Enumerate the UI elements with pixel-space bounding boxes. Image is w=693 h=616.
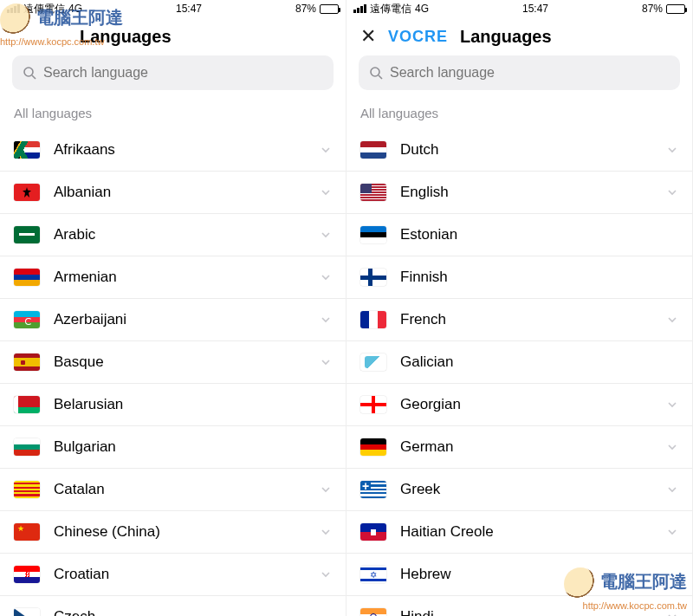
- flag-icon: [14, 311, 40, 328]
- flag-icon: [360, 481, 386, 498]
- language-row[interactable]: Afrikaans: [0, 129, 346, 172]
- language-name: Galician: [400, 353, 678, 371]
- search-icon: [23, 66, 36, 80]
- chevron-down-icon: [666, 526, 678, 538]
- language-row[interactable]: Basque: [0, 341, 346, 384]
- language-name: Afrikaans: [54, 141, 306, 159]
- language-row[interactable]: Georgian: [346, 384, 692, 426]
- nav-header: ✕ Languages: [0, 17, 346, 55]
- svg-point-0: [24, 68, 33, 76]
- flag-icon: [360, 353, 386, 371]
- page-title: Languages: [460, 27, 552, 47]
- svg-line-3: [379, 75, 382, 79]
- chevron-down-icon: [320, 526, 332, 538]
- section-header: All languages: [0, 99, 346, 129]
- language-row[interactable]: Belarusian: [0, 384, 346, 426]
- language-row[interactable]: Hebrew: [346, 554, 692, 596]
- language-row[interactable]: Catalan: [0, 469, 346, 511]
- close-icon[interactable]: ✕: [360, 25, 376, 48]
- chevron-down-icon: [320, 186, 332, 198]
- flag-icon: [14, 184, 40, 201]
- flag-icon: [14, 481, 40, 498]
- language-name: Catalan: [54, 481, 306, 498]
- language-name: Estonian: [400, 226, 678, 243]
- flag-icon: [360, 226, 386, 243]
- search-input[interactable]: [43, 65, 323, 81]
- language-name: Chinese (China): [54, 523, 306, 541]
- language-list[interactable]: AfrikaansAlbanianArabicArmenianAzerbaija…: [0, 129, 346, 616]
- chevron-down-icon: [320, 229, 332, 241]
- chevron-down-icon: [666, 144, 678, 156]
- flag-icon: [14, 226, 40, 243]
- chevron-down-icon: [666, 186, 678, 198]
- carrier-label: 遠傳電信: [23, 2, 65, 16]
- language-list[interactable]: DutchEnglishEstonianFinnishFrenchGalicia…: [346, 129, 692, 616]
- flag-icon: [360, 269, 386, 286]
- language-row[interactable]: Finnish: [346, 256, 692, 299]
- language-name: Belarusian: [54, 396, 332, 413]
- language-name: French: [400, 311, 652, 328]
- flag-icon: [14, 396, 40, 413]
- chevron-down-icon: [320, 568, 332, 580]
- battery-percent: 87%: [642, 3, 663, 15]
- language-row[interactable]: Estonian: [346, 214, 692, 256]
- language-name: Arabic: [54, 226, 306, 243]
- signal-icon: [7, 4, 20, 13]
- flag-icon: [360, 438, 386, 456]
- chevron-down-icon: [666, 483, 678, 496]
- chevron-down-icon: [320, 356, 332, 368]
- language-row[interactable]: German: [346, 426, 692, 469]
- language-name: Hebrew: [400, 566, 678, 583]
- chevron-down-icon: [666, 314, 678, 326]
- language-name: German: [400, 438, 652, 456]
- search-input[interactable]: [390, 65, 670, 81]
- language-row[interactable]: Haitian Creole: [346, 511, 692, 554]
- left-pane: 電腦王阿達 http://www.kocpc.com.tw 遠傳電信 4G 15…: [0, 0, 346, 616]
- search-box[interactable]: [12, 55, 334, 90]
- language-row[interactable]: Croatian: [0, 554, 346, 596]
- language-name: Haitian Creole: [400, 523, 652, 541]
- language-row[interactable]: English: [346, 172, 692, 214]
- language-row[interactable]: Azerbaijani: [0, 299, 346, 341]
- language-row[interactable]: Greek: [346, 469, 692, 511]
- language-row[interactable]: Arabic: [0, 214, 346, 256]
- language-name: English: [400, 184, 652, 201]
- language-name: Czech: [54, 608, 332, 616]
- language-row[interactable]: Chinese (China): [0, 511, 346, 554]
- flag-icon: [14, 608, 40, 616]
- chevron-down-icon: [666, 399, 678, 411]
- language-name: Basque: [54, 353, 306, 371]
- brand-logo: VOCRE: [388, 28, 448, 46]
- clock: 15:47: [176, 3, 202, 15]
- language-row[interactable]: Albanian: [0, 172, 346, 214]
- flag-icon: [360, 523, 386, 541]
- language-row[interactable]: Hindi: [346, 596, 692, 616]
- language-name: Finnish: [400, 269, 678, 286]
- flag-icon: [14, 438, 40, 456]
- search-box[interactable]: [359, 55, 680, 90]
- flag-icon: [360, 566, 386, 583]
- language-row[interactable]: Bulgarian: [0, 426, 346, 469]
- language-name: Albanian: [54, 184, 306, 201]
- language-name: Croatian: [54, 566, 306, 583]
- language-name: Azerbaijani: [54, 311, 306, 328]
- flag-icon: [360, 311, 386, 328]
- language-row[interactable]: Galician: [346, 341, 692, 384]
- nav-header: ✕ VOCRE Languages: [346, 17, 692, 55]
- chevron-down-icon: [320, 271, 332, 283]
- language-row[interactable]: Armenian: [0, 256, 346, 299]
- chevron-down-icon: [666, 441, 678, 453]
- status-bar: 遠傳電信 4G 15:47 87%: [346, 0, 692, 17]
- language-name: Armenian: [54, 269, 306, 286]
- carrier-label: 遠傳電信: [370, 2, 411, 16]
- language-row[interactable]: French: [346, 299, 692, 341]
- language-row[interactable]: Czech: [0, 596, 346, 616]
- section-header: All languages: [346, 99, 692, 129]
- search-icon: [369, 66, 383, 80]
- language-name: Hindi: [400, 608, 652, 616]
- svg-line-1: [32, 75, 36, 79]
- language-row[interactable]: Dutch: [346, 129, 692, 172]
- chevron-down-icon: [320, 144, 332, 156]
- flag-icon: [14, 353, 40, 371]
- flag-icon: [14, 269, 40, 286]
